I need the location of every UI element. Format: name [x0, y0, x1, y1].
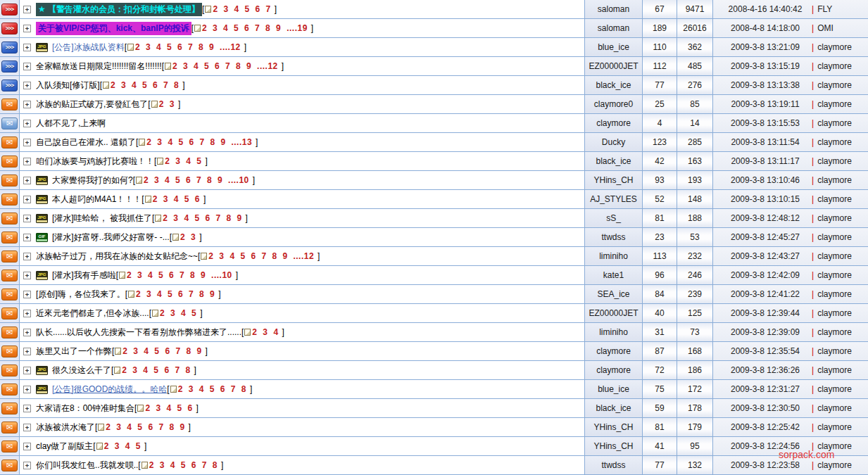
thread-author[interactable]: claymore: [596, 118, 631, 128]
thread-title[interactable]: [灌水]好富呀..我师父好富呀- -...: [52, 232, 170, 243]
thread-author[interactable]: claymore: [596, 365, 631, 375]
thread-title[interactable]: 入队须知[修订版]: [36, 80, 100, 91]
lastpost-date[interactable]: 2009-3-8 12:42:09: [720, 270, 810, 280]
multipage-icon[interactable]: [201, 253, 207, 260]
lastpost-author[interactable]: claymore: [817, 99, 852, 109]
multipage-icon[interactable]: [136, 177, 142, 184]
page-numbers[interactable]: 2 3 4 5 6 7 8 9 ....12: [135, 42, 241, 52]
lastpost-author[interactable]: claymore: [817, 175, 852, 185]
expand-icon[interactable]: +: [23, 196, 31, 203]
thread-author[interactable]: black_ice: [596, 80, 631, 90]
expand-icon[interactable]: +: [23, 120, 31, 127]
thread-title[interactable]: 自己說自己在灌水.. 還鎖了: [36, 137, 136, 148]
thread-title[interactable]: 冰族的贴正式破万,要發紅包了: [36, 99, 148, 110]
thread-author[interactable]: AJ_STYLES: [590, 194, 637, 204]
thread-title[interactable]: 关于被VIP/SP惩罚、kick、banIP的投诉: [36, 22, 191, 35]
expand-icon[interactable]: +: [23, 25, 31, 32]
lastpost-date[interactable]: 2009-3-8 12:45:27: [720, 232, 810, 242]
thread-author[interactable]: blue_ice: [598, 384, 629, 394]
expand-icon[interactable]: +: [23, 310, 31, 317]
expand-icon[interactable]: +: [23, 367, 31, 374]
page-numbers[interactable]: 2 3 4 5 6 7 8 9: [136, 289, 215, 299]
expand-icon[interactable]: +: [23, 6, 31, 13]
lastpost-date[interactable]: 2009-3-8 13:10:46: [720, 175, 810, 185]
thread-title[interactable]: 咱们冰族要与鸡族打比赛啦！！: [36, 156, 154, 167]
thread-author[interactable]: liminiho: [599, 327, 628, 337]
lastpost-author[interactable]: OMI: [817, 23, 834, 33]
lastpost-author[interactable]: claymore: [817, 441, 852, 451]
page-numbers[interactable]: 2 3 4 5 6 7 8 9 ....19: [202, 23, 308, 33]
thread-author[interactable]: YHins_CH: [593, 441, 633, 451]
lastpost-date[interactable]: 2009-3-8 12:24:56: [720, 441, 810, 451]
lastpost-author[interactable]: claymore: [817, 422, 852, 432]
lastpost-date[interactable]: 2009-3-8 13:21:09: [720, 42, 810, 52]
expand-icon[interactable]: +: [23, 234, 31, 241]
lastpost-author[interactable]: claymore: [817, 80, 852, 90]
thread-title[interactable]: 近來元老們都走了,但令冰族....: [36, 308, 149, 319]
lastpost-author[interactable]: claymore: [817, 213, 852, 223]
multipage-icon[interactable]: [152, 310, 158, 317]
multipage-icon[interactable]: [172, 234, 179, 241]
page-numbers[interactable]: 2 3 4 5 6 7: [213, 4, 270, 14]
multipage-icon[interactable]: [170, 386, 177, 393]
thread-author[interactable]: kate1: [603, 270, 624, 280]
thread-title[interactable]: 全家幅放送日期限定!!!!!!!留名!!!!!!!: [36, 61, 162, 72]
page-numbers[interactable]: 2 3 4 5 6 7 8: [122, 365, 190, 375]
page-numbers[interactable]: 2 3 4 5 6: [145, 403, 192, 413]
lastpost-date[interactable]: 2009-3-8 12:35:54: [720, 346, 810, 356]
lastpost-date[interactable]: 2009-3-8 12:43:27: [720, 251, 810, 261]
lastpost-author[interactable]: claymore: [817, 137, 852, 147]
multipage-icon[interactable]: [194, 25, 201, 32]
page-numbers[interactable]: 2 3 4 5 6 7 8: [178, 384, 246, 394]
thread-author[interactable]: claymore0: [594, 99, 633, 109]
lastpost-author[interactable]: claymore: [817, 327, 852, 337]
lastpost-date[interactable]: 2008-4-16 14:40:42: [720, 4, 810, 14]
multipage-icon[interactable]: [165, 63, 171, 70]
expand-icon[interactable]: +: [23, 443, 31, 450]
thread-author[interactable]: saloman: [598, 23, 629, 33]
expand-icon[interactable]: +: [23, 424, 31, 431]
lastpost-date[interactable]: 2009-3-8 13:10:15: [720, 194, 810, 204]
thread-author[interactable]: YHins_CH: [593, 175, 633, 185]
multipage-icon[interactable]: [244, 329, 251, 336]
thread-title[interactable]: clay做了副版主: [36, 441, 93, 452]
multipage-icon[interactable]: [137, 405, 144, 412]
lastpost-date[interactable]: 2009-3-8 12:31:27: [720, 384, 810, 394]
thread-author[interactable]: ttwdss: [601, 460, 625, 470]
lastpost-author[interactable]: claymore: [817, 384, 852, 394]
lastpost-author[interactable]: claymore: [817, 42, 852, 52]
thread-title[interactable]: 你们叫我发红包..我就发呗..: [36, 460, 138, 471]
expand-icon[interactable]: +: [23, 44, 31, 51]
lastpost-author[interactable]: claymore: [817, 270, 852, 280]
multipage-icon[interactable]: [157, 158, 163, 165]
multipage-icon[interactable]: [114, 367, 120, 374]
page-numbers[interactable]: 2 3 4 5: [104, 441, 141, 451]
thread-title[interactable]: ★ 【警告灌水的会员：扣分和封帐号处理】: [36, 3, 202, 16]
multipage-icon[interactable]: [151, 101, 158, 108]
thread-title[interactable]: 大家请在8：00钟准时集合: [36, 403, 134, 414]
lastpost-author[interactable]: claymore: [817, 403, 852, 413]
multipage-icon[interactable]: [139, 139, 145, 146]
expand-icon[interactable]: +: [23, 386, 31, 393]
expand-icon[interactable]: +: [23, 139, 31, 146]
multipage-icon[interactable]: [96, 443, 103, 450]
multipage-icon[interactable]: [145, 196, 151, 203]
expand-icon[interactable]: +: [23, 291, 31, 298]
thread-author[interactable]: black_ice: [596, 403, 631, 413]
lastpost-author[interactable]: claymore: [817, 365, 852, 375]
thread-title[interactable]: 本人超叼的M4A1！！！: [52, 194, 141, 205]
multipage-icon[interactable]: [155, 215, 161, 222]
lastpost-author[interactable]: claymore: [817, 308, 852, 318]
page-numbers[interactable]: 2 3 4 5 6 7 8 9: [106, 422, 184, 432]
lastpost-author[interactable]: claymore: [817, 289, 852, 299]
lastpost-author[interactable]: claymore: [817, 118, 852, 128]
thread-title[interactable]: [公告]很GOOD的战绩。。哈哈: [52, 384, 167, 395]
page-numbers[interactable]: 2 3 4 5 6 7 8 9 ....10: [127, 270, 232, 280]
multipage-icon[interactable]: [141, 462, 148, 469]
thread-title[interactable]: [公告]冰族战队资料: [52, 42, 125, 53]
lastpost-author[interactable]: claymore: [817, 251, 852, 261]
page-numbers[interactable]: 2 3 4 5: [160, 308, 196, 318]
thread-title[interactable]: 人都不见了,上来啊: [36, 118, 106, 129]
expand-icon[interactable]: +: [23, 63, 31, 70]
thread-title[interactable]: 冰族被洪水淹了: [36, 422, 95, 433]
